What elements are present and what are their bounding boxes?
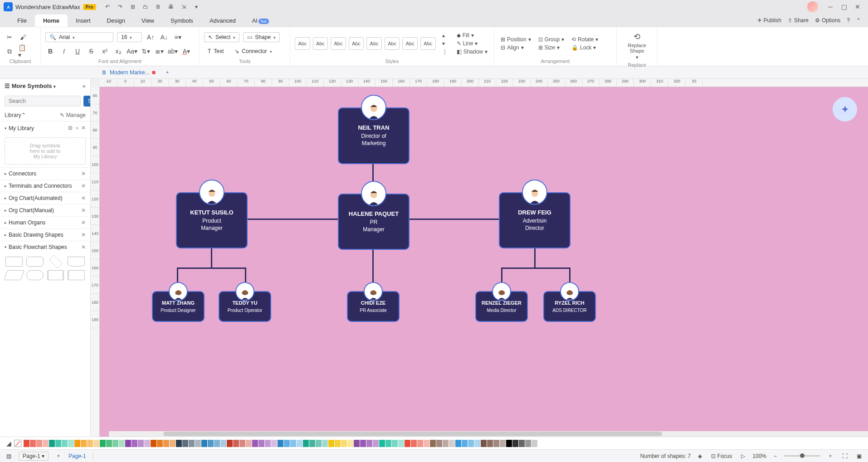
color-swatch[interactable] bbox=[341, 440, 347, 447]
redo-button[interactable]: ↷ bbox=[116, 3, 124, 11]
color-swatch[interactable] bbox=[468, 440, 474, 447]
color-swatch[interactable] bbox=[392, 440, 398, 447]
color-swatch[interactable] bbox=[449, 440, 455, 447]
publish-button[interactable]: ✈ Publish bbox=[757, 17, 781, 24]
presentation-icon[interactable]: ▷ bbox=[739, 453, 747, 459]
library-drop-zone[interactable]: Drag symbols here to add to My Library bbox=[5, 137, 86, 165]
collapse-panel-icon[interactable]: « bbox=[83, 83, 86, 89]
color-swatch[interactable] bbox=[119, 440, 125, 447]
no-color-swatch[interactable] bbox=[14, 440, 21, 447]
color-swatch[interactable] bbox=[132, 440, 137, 447]
color-swatch[interactable] bbox=[512, 440, 518, 447]
color-swatch[interactable] bbox=[532, 440, 537, 447]
color-swatch[interactable] bbox=[366, 440, 372, 447]
color-swatch[interactable] bbox=[462, 440, 468, 447]
close-button[interactable]: ✕ bbox=[851, 0, 864, 14]
shape-predefined[interactable] bbox=[47, 270, 64, 280]
section-basic-flowchart[interactable]: ▾Basic Flowchart Shapes✕ bbox=[0, 241, 90, 253]
align-dropdown-icon[interactable]: ≡▾ bbox=[173, 32, 183, 42]
position-button[interactable]: ⊞ Position ▾ bbox=[499, 36, 533, 43]
color-swatch[interactable] bbox=[252, 440, 258, 447]
style-preset-7[interactable]: Abc bbox=[402, 37, 418, 50]
options-button[interactable]: ⚙ Options bbox=[815, 17, 840, 24]
decrease-font-icon[interactable]: A↓ bbox=[159, 32, 169, 42]
color-swatch[interactable] bbox=[151, 440, 156, 447]
highlight-icon[interactable]: ab▾ bbox=[168, 46, 178, 56]
tab-home[interactable]: Home bbox=[35, 15, 68, 27]
subscript-icon[interactable]: x₂ bbox=[113, 46, 123, 56]
case-icon[interactable]: Aa▾ bbox=[127, 46, 137, 56]
style-preset-1[interactable]: Abc bbox=[295, 37, 310, 50]
font-color-icon[interactable]: A▾ bbox=[181, 46, 191, 56]
color-swatch[interactable] bbox=[81, 440, 87, 447]
color-swatch[interactable] bbox=[493, 440, 499, 447]
color-swatch[interactable] bbox=[36, 440, 42, 447]
color-swatch[interactable] bbox=[405, 440, 410, 447]
shape-diamond[interactable] bbox=[49, 255, 63, 268]
color-swatch[interactable] bbox=[258, 440, 264, 447]
replace-shape-button[interactable]: ⟲ Replace Shape ▾ bbox=[621, 30, 653, 62]
color-swatch[interactable] bbox=[385, 440, 391, 447]
doc-tab-1[interactable]: 🗎 Modern Marke... bbox=[97, 68, 160, 78]
strikethrough-icon[interactable]: S bbox=[86, 46, 96, 56]
color-swatch[interactable] bbox=[487, 440, 493, 447]
zoom-out-button[interactable]: − bbox=[772, 453, 779, 459]
tab-symbols[interactable]: Symbols bbox=[162, 15, 201, 27]
color-swatch[interactable] bbox=[335, 440, 341, 447]
org-node-neil-tran[interactable]: NEIL TRAN Director of Marketing bbox=[338, 107, 410, 164]
color-swatch[interactable] bbox=[87, 440, 93, 447]
superscript-icon[interactable]: x² bbox=[100, 46, 110, 56]
color-swatch[interactable] bbox=[93, 440, 99, 447]
org-node-chidi-eze[interactable]: CHIDI EZE PR Associate bbox=[347, 291, 400, 322]
color-swatch[interactable] bbox=[417, 440, 423, 447]
tab-design[interactable]: Design bbox=[99, 15, 133, 27]
shape-doc[interactable] bbox=[68, 257, 85, 267]
style-preset-8[interactable]: Abc bbox=[420, 37, 436, 50]
layers-icon[interactable]: ◈ bbox=[696, 453, 704, 459]
new-tab-button[interactable]: ＋ bbox=[160, 67, 175, 78]
color-swatch[interactable] bbox=[538, 440, 544, 447]
rotate-button[interactable]: ⟲ Rotate ▾ bbox=[570, 36, 600, 43]
ai-fab-button[interactable]: ✦ bbox=[833, 97, 857, 122]
size-button[interactable]: ⊞ Size ▾ bbox=[536, 44, 566, 51]
line-button[interactable]: ✎ Line ▾ bbox=[455, 40, 489, 47]
color-swatch[interactable] bbox=[144, 440, 150, 447]
fullscreen-icon[interactable]: ▣ bbox=[855, 453, 863, 459]
cut-icon[interactable]: ✂ bbox=[5, 32, 15, 42]
color-swatch[interactable] bbox=[500, 440, 506, 447]
color-swatch[interactable] bbox=[157, 440, 163, 447]
style-preset-4[interactable]: Abc bbox=[349, 37, 364, 50]
color-swatch[interactable] bbox=[189, 440, 195, 447]
fit-page-icon[interactable]: ⛶ bbox=[840, 453, 849, 459]
section-basic-drawing[interactable]: ▸Basic Drawing Shapes✕ bbox=[0, 229, 90, 241]
org-node-halene-paquet[interactable]: HALENE PAQUET PR Manager bbox=[338, 194, 410, 250]
font-size-select[interactable]: 16 bbox=[117, 32, 142, 42]
format-painter-icon[interactable]: 🖌 bbox=[18, 32, 28, 42]
styles-up-icon[interactable]: ▴ bbox=[440, 32, 449, 39]
tab-ai[interactable]: AIhot bbox=[244, 15, 277, 27]
tab-view[interactable]: View bbox=[133, 15, 162, 27]
color-swatch[interactable] bbox=[525, 440, 531, 447]
mylibrary-actions[interactable]: ⊞ ＋ ✕ bbox=[68, 124, 86, 132]
color-swatch[interactable] bbox=[309, 440, 315, 447]
color-swatch[interactable] bbox=[303, 440, 309, 447]
org-node-teddy-yu[interactable]: TEDDY YU Product Operator bbox=[219, 291, 271, 322]
color-swatch[interactable] bbox=[424, 440, 429, 447]
qat-more-button[interactable]: ▾ bbox=[192, 3, 200, 11]
color-swatch[interactable] bbox=[201, 440, 207, 447]
page-panel-icon[interactable]: ▤ bbox=[5, 453, 13, 459]
color-swatch[interactable] bbox=[265, 440, 271, 447]
org-node-matt-zhang[interactable]: MATT ZHANG Product Designer bbox=[152, 291, 205, 322]
color-swatch[interactable] bbox=[354, 440, 360, 447]
shape-rect[interactable] bbox=[5, 257, 23, 267]
color-swatch[interactable] bbox=[398, 440, 404, 447]
more-symbols-title[interactable]: More Symbols bbox=[12, 83, 52, 89]
color-swatch[interactable] bbox=[176, 440, 182, 447]
maximize-button[interactable]: ▢ bbox=[837, 0, 851, 14]
color-swatch[interactable] bbox=[322, 440, 328, 447]
shadow-button[interactable]: ◧ Shadow ▾ bbox=[455, 48, 489, 55]
color-swatch[interactable] bbox=[227, 440, 233, 447]
copy-icon[interactable]: ⧉ bbox=[5, 46, 15, 56]
color-swatch[interactable] bbox=[271, 440, 277, 447]
shape-tool[interactable]: ▭ Shape bbox=[243, 32, 280, 42]
